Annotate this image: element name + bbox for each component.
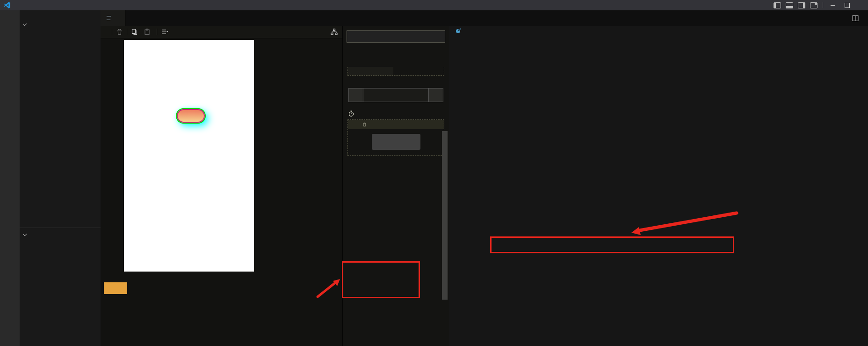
- trash-icon: [116, 29, 123, 35]
- radius-group: [343, 85, 449, 102]
- copy-button[interactable]: [131, 29, 140, 35]
- chevron-down-icon: [23, 22, 27, 25]
- radius-stepper: [348, 88, 443, 102]
- editor-tab-bar: [449, 10, 868, 26]
- transition-toolbar: [348, 120, 444, 129]
- code-editor-group: [449, 10, 868, 346]
- transition-edit-button[interactable]: [372, 134, 420, 150]
- sitemap-icon: [331, 29, 338, 35]
- divider: [157, 29, 157, 35]
- radius-decrease-button[interactable]: [348, 88, 363, 102]
- list-icon: [161, 29, 168, 35]
- transition-box: [347, 119, 444, 156]
- toggle-secondary-sidebar-icon[interactable]: [798, 2, 805, 8]
- properties-scrollbar[interactable]: [442, 131, 448, 300]
- transition-group: [343, 110, 449, 156]
- sidebar: [20, 10, 101, 346]
- vscode-logo-icon: [3, 1, 11, 9]
- window-controls: [771, 0, 868, 10]
- sidebar-section-active-project[interactable]: [20, 229, 101, 239]
- minimize-button[interactable]: [826, 0, 840, 10]
- sidebar-section-user-project[interactable]: [20, 19, 101, 29]
- radius-value[interactable]: [363, 88, 428, 102]
- component-properties-panel: [342, 26, 449, 346]
- customize-layout-icon[interactable]: [810, 2, 817, 8]
- tab-ui-designer[interactable]: [101, 10, 126, 26]
- designer-editor-group: [101, 10, 449, 346]
- vscode-window: [0, 0, 868, 346]
- code-area[interactable]: [449, 36, 868, 346]
- copy-icon: [131, 29, 137, 35]
- trash-icon: [362, 122, 367, 127]
- paste-button[interactable]: [144, 29, 152, 35]
- designer-tab-bar: [101, 10, 449, 26]
- scrolled-partial-row: [347, 67, 444, 76]
- component-tree-button[interactable]: [331, 29, 338, 35]
- close-button[interactable]: [854, 0, 868, 10]
- divider: [112, 29, 112, 35]
- ui-designer-canvas-panel: [101, 26, 342, 346]
- designer-toolbar: [101, 26, 342, 38]
- transition-group-title: [348, 110, 443, 117]
- divider: [127, 29, 127, 35]
- toggle-sidebar-icon[interactable]: [774, 2, 781, 8]
- breadcrumb[interactable]: [449, 26, 868, 36]
- component-list-button[interactable]: [161, 29, 168, 35]
- designer-tab-icon: [106, 15, 112, 21]
- title-bar: [0, 0, 868, 10]
- toggle-panel-icon[interactable]: [786, 2, 793, 8]
- screen-tab-screena[interactable]: [104, 282, 127, 294]
- split-editor-icon[interactable]: [852, 15, 859, 22]
- lvgl-button-preview[interactable]: [177, 109, 205, 123]
- lua-file-icon: [456, 28, 461, 34]
- divider: [823, 2, 823, 8]
- stopwatch-icon: [348, 110, 354, 117]
- activity-bar: [0, 10, 20, 346]
- chevron-down-icon: [23, 232, 27, 236]
- selected-component-box[interactable]: [347, 30, 445, 43]
- radius-increase-button[interactable]: [428, 88, 443, 102]
- properties-tabs: [343, 51, 449, 62]
- design-canvas[interactable]: [124, 40, 254, 272]
- editor-actions: [852, 10, 863, 26]
- paste-icon: [144, 29, 150, 35]
- active-project-section: [20, 228, 101, 239]
- clear-action[interactable]: [362, 122, 368, 127]
- delete-component-button[interactable]: [116, 29, 123, 35]
- maximize-button[interactable]: [840, 0, 854, 10]
